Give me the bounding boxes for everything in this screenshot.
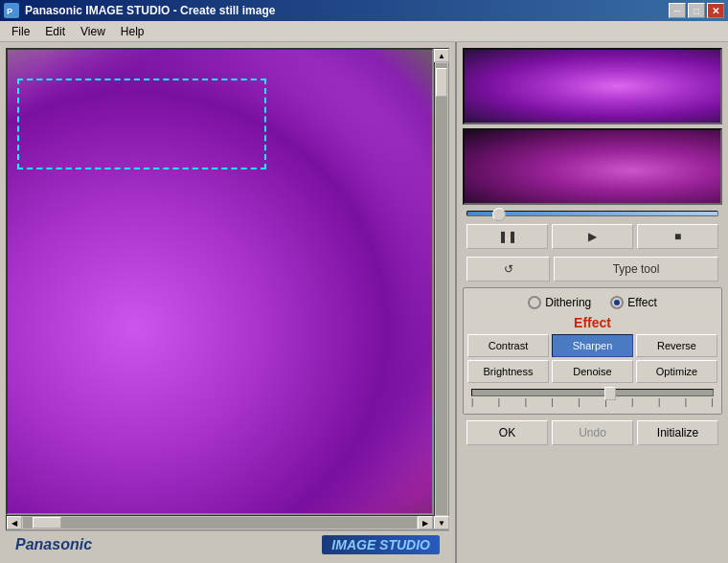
- canvas-container[interactable]: [6, 48, 434, 515]
- title-bar: P Panasonic IMAGE STUDIO - Create still …: [0, 0, 728, 21]
- vertical-scrollbar[interactable]: ▲ ▼: [434, 48, 449, 530]
- play-icon: ▶: [588, 230, 597, 243]
- initialize-label: Initialize: [657, 426, 698, 439]
- type-tool-label: Type tool: [613, 262, 660, 276]
- contrast-label: Contrast: [489, 340, 529, 351]
- rewind-button[interactable]: ↺: [466, 257, 550, 282]
- effect-radio[interactable]: [610, 296, 624, 309]
- intensity-thumb[interactable]: [604, 387, 616, 400]
- sharpen-button[interactable]: Sharpen: [552, 334, 633, 357]
- intensity-ticks: ||||| |||||: [471, 396, 714, 408]
- left-panel: ◀ ▶ ▲ ▼ Panasonic IMAGE STUDIO: [0, 42, 455, 563]
- dithering-label: Dithering: [545, 296, 591, 309]
- brightness-label: Brightness: [484, 366, 534, 377]
- preview-image-2: [465, 130, 720, 203]
- action-row: OK Undo Initialize: [463, 418, 722, 447]
- type-tool-button[interactable]: Type tool: [554, 257, 718, 282]
- menu-edit[interactable]: Edit: [37, 23, 73, 40]
- effect-radio-label[interactable]: Effect: [610, 296, 656, 309]
- scroll-right-button[interactable]: ▶: [418, 516, 433, 529]
- title-bar-left: P Panasonic IMAGE STUDIO - Create still …: [4, 3, 275, 18]
- v-scroll-track[interactable]: [436, 63, 447, 515]
- denoise-label: Denoise: [573, 366, 611, 377]
- effect-label: Effect: [627, 296, 656, 309]
- title-bar-controls: ─ □ ✕: [669, 3, 724, 18]
- pause-icon: ❚❚: [498, 230, 517, 243]
- undo-label: Undo: [579, 426, 606, 439]
- optimize-button[interactable]: Optimize: [636, 360, 717, 383]
- right-panel: ❚❚ ▶ ■ ↺ Type tool Dithering: [455, 42, 728, 563]
- dithering-radio[interactable]: [528, 296, 541, 309]
- svg-text:P: P: [7, 7, 12, 16]
- transport-row-1: ❚❚ ▶ ■: [463, 222, 722, 251]
- scroll-track[interactable]: [23, 517, 417, 529]
- menu-view[interactable]: View: [73, 23, 113, 40]
- effect-title: Effect: [467, 313, 717, 332]
- position-slider-row: [463, 209, 722, 218]
- canvas-area: ◀ ▶ ▲ ▼: [6, 48, 449, 530]
- canvas-image: [8, 50, 432, 513]
- reverse-label: Reverse: [657, 340, 696, 351]
- stop-button[interactable]: ■: [637, 224, 718, 249]
- contrast-button[interactable]: Contrast: [467, 334, 549, 357]
- preview-box-2: [463, 128, 722, 205]
- effect-panel: Dithering Effect Effect Contrast Sharpen: [463, 287, 722, 415]
- minimize-button[interactable]: ─: [669, 3, 686, 18]
- canvas-main: ◀ ▶: [6, 48, 434, 530]
- panasonic-brand: Panasonic: [15, 536, 92, 553]
- play-button[interactable]: ▶: [552, 224, 633, 249]
- stop-icon: ■: [674, 230, 681, 243]
- horizontal-scrollbar[interactable]: ◀ ▶: [6, 515, 434, 530]
- scroll-thumb[interactable]: [33, 517, 61, 529]
- ok-button[interactable]: OK: [466, 420, 548, 445]
- position-slider[interactable]: [466, 211, 718, 216]
- effect-buttons-grid: Contrast Sharpen Reverse Brightness Deno…: [467, 332, 717, 385]
- rewind-icon: ↺: [504, 262, 513, 276]
- menu-help[interactable]: Help: [113, 23, 152, 40]
- intensity-slider[interactable]: [471, 389, 714, 396]
- preview-image-1: [465, 50, 720, 123]
- scroll-up-button[interactable]: ▲: [434, 49, 449, 62]
- close-button[interactable]: ✕: [707, 3, 724, 18]
- ok-label: OK: [499, 426, 515, 439]
- intensity-slider-row: ||||| |||||: [467, 385, 717, 410]
- scroll-down-button[interactable]: ▼: [434, 516, 449, 529]
- maximize-button[interactable]: □: [688, 3, 705, 18]
- initialize-button[interactable]: Initialize: [637, 420, 718, 445]
- scroll-left-button[interactable]: ◀: [7, 516, 22, 529]
- pause-button[interactable]: ❚❚: [466, 224, 548, 249]
- app-icon: P: [4, 3, 19, 18]
- preview-box-1: [463, 48, 722, 124]
- brightness-button[interactable]: Brightness: [467, 360, 549, 383]
- menu-file[interactable]: File: [4, 23, 37, 40]
- image-studio-brand: IMAGE STUDIO: [322, 535, 440, 554]
- denoise-button[interactable]: Denoise: [552, 360, 633, 383]
- menu-bar: File Edit View Help: [0, 21, 728, 42]
- main-content: ◀ ▶ ▲ ▼ Panasonic IMAGE STUDIO: [0, 42, 728, 563]
- bottom-panel: Panasonic IMAGE STUDIO: [6, 530, 449, 557]
- reverse-button[interactable]: Reverse: [636, 334, 717, 357]
- radio-row: Dithering Effect: [467, 292, 717, 313]
- position-slider-thumb[interactable]: [492, 208, 506, 221]
- dithering-radio-label[interactable]: Dithering: [528, 296, 591, 309]
- sharpen-label: Sharpen: [573, 340, 613, 351]
- transport-row-2: ↺ Type tool: [463, 255, 722, 283]
- undo-button[interactable]: Undo: [552, 420, 633, 445]
- optimize-label: Optimize: [656, 366, 697, 377]
- window-title: Panasonic IMAGE STUDIO - Create still im…: [25, 4, 275, 17]
- v-scroll-thumb[interactable]: [436, 68, 447, 97]
